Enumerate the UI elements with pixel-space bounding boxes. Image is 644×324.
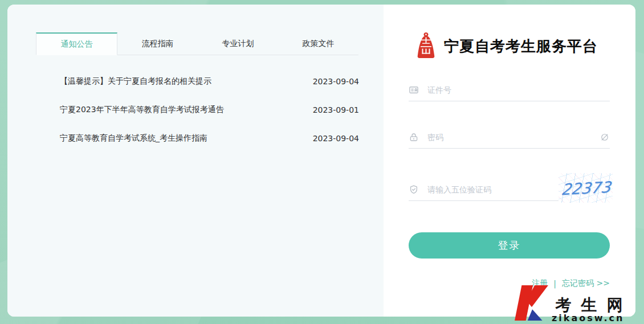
login-panel: 宁夏自考考生服务平台 [384, 5, 635, 317]
notice-row[interactable]: 宁夏高等教育自学考试系统_考生操作指南 2023-09-04 [60, 124, 359, 153]
notice-title[interactable]: 宁夏高等教育自学考试系统_考生操作指南 [60, 133, 207, 143]
login-header: 宁夏自考考生服务平台 [417, 32, 598, 61]
watermark: 考生网 zikaosw.cn [513, 285, 622, 323]
notice-list: 【温馨提示】关于宁夏自考报名的相关提示 2023-09-04 宁夏2023年下半… [60, 67, 359, 153]
notice-date: 2023-09-04 [313, 77, 359, 86]
password-field [409, 126, 610, 149]
notice-panel: 通知公告 流程指南 专业计划 政策文件 【温馨提示】关于宁夏自考报名的相关提示 … [7, 5, 384, 317]
page-title: 宁夏自考考生服务平台 [444, 36, 598, 56]
tab-bar: 通知公告 流程指南 专业计划 政策文件 [36, 32, 358, 55]
watermark-name: 考生网 [555, 297, 632, 313]
watermark-text: 考生网 zikaosw.cn [552, 297, 622, 323]
lock-icon [409, 132, 419, 142]
password-input[interactable] [426, 132, 592, 142]
shield-check-icon [409, 184, 419, 195]
tab-policy-files[interactable]: 政策文件 [278, 32, 358, 55]
notice-row[interactable]: 宁夏2023年下半年高等教育自学考试报考通告 2023-09-01 [60, 96, 359, 124]
id-card-icon [409, 85, 419, 95]
captcha-input[interactable] [426, 184, 559, 195]
login-button[interactable]: 登录 [409, 232, 610, 259]
main-card: 通知公告 流程指南 专业计划 政策文件 【温馨提示】关于宁夏自考报名的相关提示 … [7, 5, 635, 317]
captcha-field [409, 178, 559, 201]
watermark-k-logo [513, 285, 550, 323]
captcha-image[interactable]: 22373 [559, 173, 613, 203]
tab-process-guide[interactable]: 流程指南 [117, 32, 198, 55]
notice-title[interactable]: 【温馨提示】关于宁夏自考报名的相关提示 [60, 76, 211, 87]
tab-major-plan[interactable]: 专业计划 [198, 32, 278, 55]
page-background: { "app": { "title": "宁夏自考考生服务平台" }, "tab… [0, 0, 644, 324]
captcha-code: 22373 [560, 178, 612, 198]
notice-title[interactable]: 宁夏2023年下半年高等教育自学考试报考通告 [60, 105, 224, 115]
eye-off-icon[interactable] [600, 132, 610, 142]
watermark-domain: zikaosw.cn [552, 314, 624, 323]
tab-notice[interactable]: 通知公告 [36, 32, 117, 55]
id-number-input[interactable] [426, 85, 610, 95]
notice-date: 2023-09-01 [313, 105, 359, 114]
platform-seal-icon [417, 32, 435, 61]
id-number-field [409, 79, 610, 101]
notice-row[interactable]: 【温馨提示】关于宁夏自考报名的相关提示 2023-09-04 [60, 67, 359, 96]
notice-date: 2023-09-04 [313, 134, 359, 143]
